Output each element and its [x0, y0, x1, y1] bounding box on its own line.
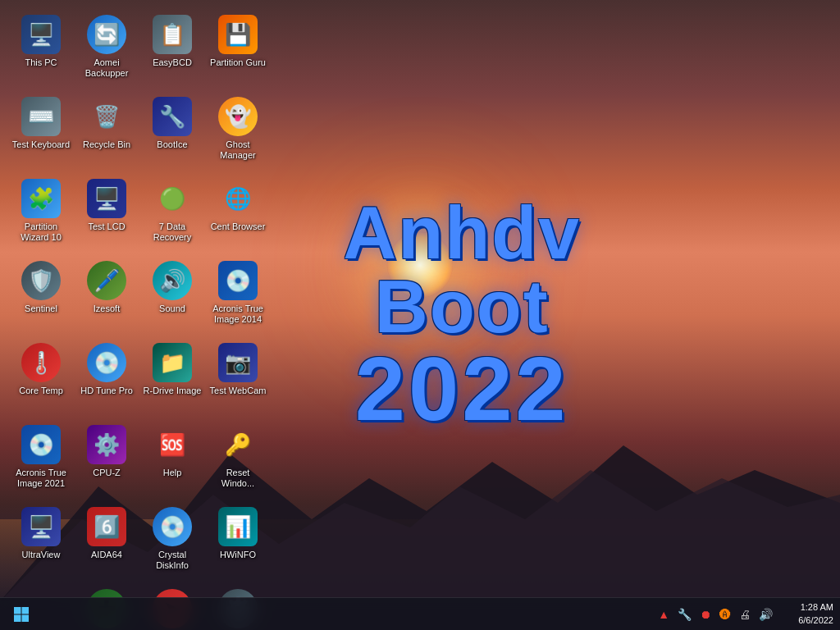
desktop-icon-bootice[interactable]: 🔧BootIce	[139, 90, 205, 172]
icon-label-acronis-2014: Acronis True Image 2014	[208, 304, 267, 325]
desktop-icon-help[interactable]: 🆘Help	[139, 418, 205, 500]
desktop-icons-grid: 🖥️This PC🔄Aomei Backupper📋EasyBCD💾Partit…	[0, 0, 345, 599]
icon-label-core-temp: Core Temp	[19, 386, 63, 396]
icon-label-acronis-2021: Acronis True Image 2021	[11, 468, 71, 489]
icon-label-partition-wizard: Partition Wizard 10	[11, 221, 71, 243]
desktop-icon-cent-browser[interactable]: 🌐Cent Browser	[205, 172, 271, 254]
icon-image-ultraview: 🖥️	[21, 507, 61, 546]
svg-rect-3	[22, 607, 30, 614]
desktop-icon-easybcd[interactable]: 📋EasyBCD	[139, 8, 205, 90]
svg-rect-4	[14, 614, 21, 622]
icon-image-test-lcd: 🖥️	[87, 179, 126, 218]
clock-time: 1:28 AM	[801, 601, 833, 614]
desktop-icon-aida64[interactable]: 6️⃣AIDA64	[74, 500, 139, 582]
icon-image-core-temp: 🌡️	[21, 343, 61, 382]
start-button[interactable]	[7, 600, 36, 629]
icon-image-test-webcam: 📷	[218, 343, 258, 382]
desktop-icon-acronis-2021[interactable]: 💿Acronis True Image 2021	[8, 418, 74, 500]
desktop-icon-partition-wizard[interactable]: 🧩Partition Wizard 10	[8, 172, 74, 254]
icon-image-recycle-bin: 🗑️	[87, 97, 126, 136]
icon-label-crystal-diskinfo: Crystal DiskInfo	[143, 550, 202, 571]
desktop-icon-hd-tune[interactable]: 💿HD Tune Pro	[74, 336, 139, 418]
icon-label-test-lcd: Test LCD	[88, 221, 125, 232]
windows-logo-icon	[13, 606, 30, 623]
icon-image-aida64: 6️⃣	[87, 507, 126, 546]
icon-label-aida64: AIDA64	[91, 550, 122, 560]
icon-image-bootice: 🔧	[153, 97, 192, 136]
icon-image-7data-recovery: 🟢	[153, 179, 192, 218]
icon-label-r-drive: R-Drive Image	[144, 386, 202, 396]
icon-image-ghost-manager: 👻	[218, 97, 258, 136]
icon-label-recycle-bin: Recycle Bin	[83, 139, 130, 150]
desktop-icon-cpu-z[interactable]: ⚙️CPU-Z	[74, 418, 139, 500]
icon-image-hwinfo: 📊	[218, 507, 258, 546]
desktop-icon-aomei[interactable]: 🔄Aomei Backupper	[74, 8, 139, 90]
media-tray-icon[interactable]: ⏺	[698, 606, 713, 623]
desktop-icon-reset-windows[interactable]: 🔑Reset Windo...	[205, 418, 271, 500]
icon-label-ghost-manager: Ghost Manager	[208, 139, 267, 161]
sun-decoration	[387, 232, 453, 298]
antivirus2-tray-icon[interactable]: 🅐	[718, 606, 733, 623]
desktop-icon-7data-recovery[interactable]: 🟢7 Data Recovery	[139, 172, 205, 254]
icon-image-acronis-2021: 💿	[21, 425, 61, 464]
icon-label-test-webcam: Test WebCam	[210, 386, 267, 396]
icon-label-hwinfo: HWiNFO	[220, 550, 256, 560]
icon-label-hd-tune: HD Tune Pro	[80, 386, 133, 396]
icon-label-bootice: BootIce	[157, 139, 187, 150]
taskbar-right: ▲ 🔧 ⏺ 🅐 🖨 🔊 1:28 AM 6/6/2022	[656, 601, 840, 627]
icon-label-cent-browser: Cent Browser	[211, 221, 266, 232]
icon-label-sound: Sound	[159, 304, 185, 314]
icon-label-ultraview: UltraView	[22, 550, 61, 560]
icon-image-easybcd: 📋	[153, 15, 192, 54]
icon-image-partition-wizard: 🧩	[21, 179, 61, 218]
antivirus-tray-icon[interactable]: ▲	[656, 606, 671, 623]
desktop-icon-izesoft[interactable]: 🖊️Izesoft	[74, 254, 139, 336]
clock-area[interactable]: 1:28 AM 6/6/2022	[784, 601, 833, 627]
icon-image-hd-tune: 💿	[87, 343, 126, 382]
svg-rect-5	[22, 614, 30, 622]
icon-label-aomei: Aomei Backupper	[77, 57, 136, 79]
icon-image-cent-browser: 🌐	[218, 179, 258, 218]
icon-label-sentinel: Sentinel	[25, 304, 57, 314]
desktop-icon-test-webcam[interactable]: 📷Test WebCam	[205, 336, 271, 418]
desktop-icon-test-lcd[interactable]: 🖥️Test LCD	[74, 172, 139, 254]
icon-label-help: Help	[163, 468, 182, 478]
icon-label-this-pc: This PC	[25, 57, 57, 68]
desktop-icon-this-pc[interactable]: 🖥️This PC	[8, 8, 74, 90]
svg-rect-2	[14, 607, 21, 614]
desktop-icon-sound[interactable]: 🔊Sound	[139, 254, 205, 336]
desktop-icon-ultraview[interactable]: 🖥️UltraView	[8, 500, 74, 582]
volume-tray-icon[interactable]: 🔊	[757, 606, 774, 623]
icon-image-aomei: 🔄	[87, 15, 126, 54]
clock-date: 6/6/2022	[798, 614, 833, 627]
icon-label-7data-recovery: 7 Data Recovery	[143, 221, 202, 243]
icon-label-cpu-z: CPU-Z	[93, 468, 121, 478]
icon-image-acronis-2014: 💿	[218, 261, 258, 300]
desktop-icon-crystal-diskinfo[interactable]: 💿Crystal DiskInfo	[139, 500, 205, 582]
icon-image-r-drive: 📁	[153, 343, 192, 382]
icon-label-partition-guru: Partition Guru	[210, 57, 266, 68]
icon-image-reset-windows: 🔑	[218, 425, 258, 464]
desktop-icon-core-temp[interactable]: 🌡️Core Temp	[8, 336, 74, 418]
desktop-icon-ghost-manager[interactable]: 👻Ghost Manager	[205, 90, 271, 172]
icon-label-izesoft: Izesoft	[94, 304, 120, 314]
desktop-icon-sentinel[interactable]: 🛡️Sentinel	[8, 254, 74, 336]
desktop-icon-test-keyboard[interactable]: ⌨️Test Keyboard	[8, 90, 74, 172]
desktop-icon-partition-guru[interactable]: 💾Partition Guru	[205, 8, 271, 90]
desktop-icon-recycle-bin[interactable]: 🗑️Recycle Bin	[74, 90, 139, 172]
icon-label-test-keyboard: Test Keyboard	[12, 139, 70, 150]
icon-image-izesoft: 🖊️	[87, 261, 126, 300]
print-tray-icon[interactable]: 🖨	[737, 606, 752, 623]
icon-label-easybcd: EasyBCD	[153, 57, 192, 68]
network-tray-icon[interactable]: 🔧	[676, 606, 693, 623]
icon-image-sentinel: 🛡️	[21, 261, 61, 300]
icon-image-partition-guru: 💾	[218, 15, 258, 54]
taskbar: ▲ 🔧 ⏺ 🅐 🖨 🔊 1:28 AM 6/6/2022	[0, 597, 840, 630]
taskbar-left	[0, 600, 36, 629]
desktop-icon-hwinfo[interactable]: 📊HWiNFO	[205, 500, 271, 582]
icon-image-crystal-diskinfo: 💿	[153, 507, 192, 546]
desktop-icon-acronis-2014[interactable]: 💿Acronis True Image 2014	[205, 254, 271, 336]
icon-image-this-pc: 🖥️	[21, 15, 61, 54]
icon-image-cpu-z: ⚙️	[87, 425, 126, 464]
desktop-icon-r-drive[interactable]: 📁R-Drive Image	[139, 336, 205, 418]
